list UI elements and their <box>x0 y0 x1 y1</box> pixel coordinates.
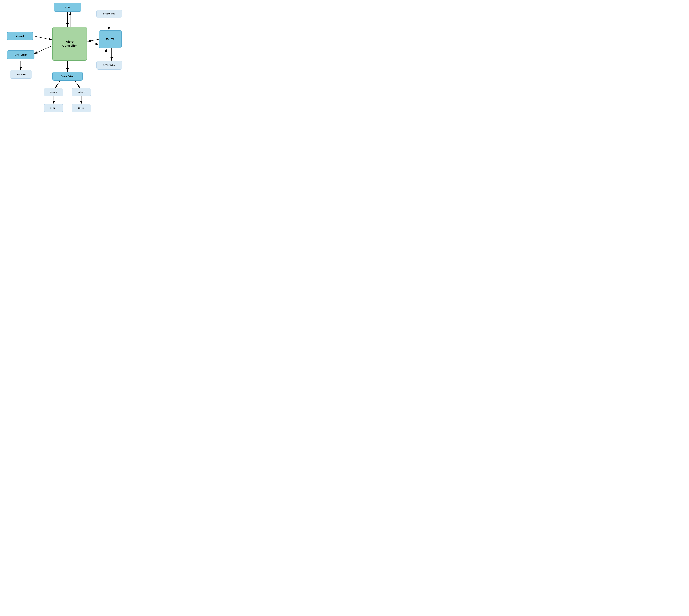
svg-line-3 <box>34 36 52 40</box>
relay2-box: Relay 2 <box>72 88 91 96</box>
microcontroller-box: Micro Controller <box>52 27 87 61</box>
microcontroller-label: Micro Controller <box>62 40 77 48</box>
power-supply-box: Power Supply <box>96 10 122 18</box>
max232-box: Max232 <box>99 30 122 48</box>
diagram-container: LCD Keypad Micro Controller Motor Driver… <box>0 0 138 123</box>
motor-driver-label: Motor Driver <box>15 53 27 56</box>
light2-box: Light 2 <box>72 104 91 112</box>
relay1-box: Relay 1 <box>44 88 63 96</box>
motor-driver-box: Motor Driver <box>7 50 35 59</box>
svg-line-4 <box>34 45 53 54</box>
light1-box: Light 1 <box>44 104 63 112</box>
lcd-box: LCD <box>54 3 81 12</box>
svg-line-12 <box>88 39 99 41</box>
door-motor-label: Door Motor <box>16 73 26 76</box>
door-motor-box: Door Motor <box>10 70 32 79</box>
power-supply-label: Power Supply <box>103 13 115 15</box>
lcd-label: LCD <box>65 6 70 8</box>
relay1-label: Relay 1 <box>50 91 57 93</box>
svg-line-7 <box>55 80 61 88</box>
gprs-module-box: GPRS Module <box>96 61 122 70</box>
relay2-label: Relay 2 <box>78 91 85 93</box>
relay-driver-label: Relay Driver <box>61 75 74 78</box>
light1-label: Light 1 <box>50 107 57 109</box>
svg-line-8 <box>74 80 80 88</box>
light2-label: Light 2 <box>78 107 84 109</box>
relay-driver-box: Relay Driver <box>52 72 83 81</box>
keypad-label: Keypad <box>16 35 24 37</box>
keypad-box: Keypad <box>7 32 33 40</box>
gprs-module-label: GPRS Module <box>103 64 115 66</box>
max232-label: Max232 <box>106 38 114 41</box>
